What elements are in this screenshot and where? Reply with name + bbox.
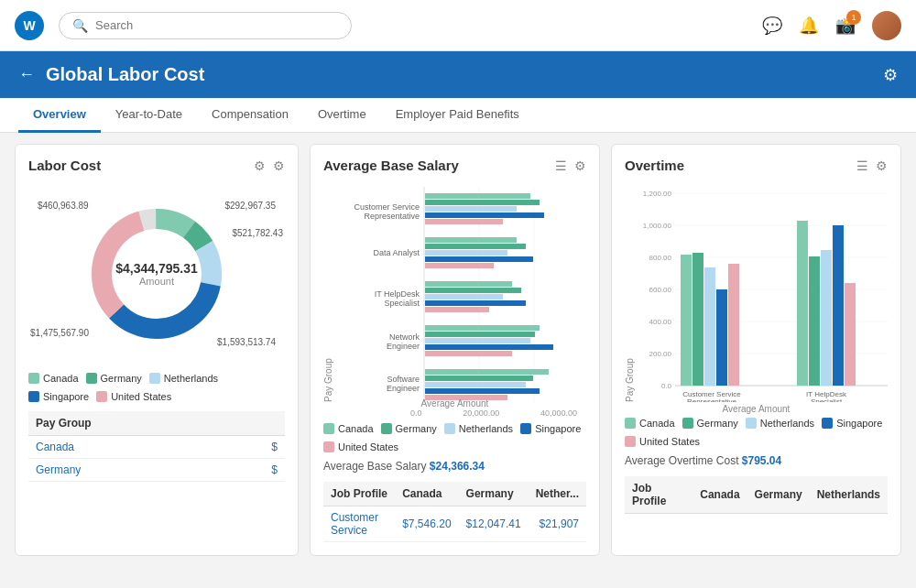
- paygroup-canada-amount: $: [226, 436, 285, 459]
- salary-row-cs-link[interactable]: Customer Service: [331, 511, 378, 537]
- svg-text:1,000.00: 1,000.00: [643, 222, 672, 230]
- legend-netherlands-salary: Netherlands: [444, 423, 513, 434]
- filter-icon-salary[interactable]: ☰: [555, 158, 567, 173]
- ot-bar: [821, 250, 832, 386]
- overtime-bar-chart-svg: 1,200.00 1,000.00 800.00 600.00 400.00 2…: [637, 182, 888, 402]
- search-input[interactable]: [95, 18, 338, 32]
- bar: [425, 256, 533, 262]
- svg-text:Representative: Representative: [364, 212, 420, 221]
- svg-text:800.00: 800.00: [649, 254, 672, 262]
- overtime-header: Overtime ☰ ⚙: [625, 158, 888, 173]
- ot-col-netherlands: Netherlands: [810, 476, 888, 514]
- svg-text:Data Analyst: Data Analyst: [373, 248, 420, 257]
- dot: [381, 423, 392, 434]
- filter-icon[interactable]: ⚙︎: [254, 158, 266, 173]
- bar: [425, 219, 503, 224]
- legend-label-singapore: Singapore: [43, 391, 89, 402]
- avg-salary-label: Average Base Salary $24,366.34: [323, 460, 586, 473]
- legend-label-netherlands: Netherlands: [164, 373, 218, 384]
- logo[interactable]: W: [15, 11, 44, 40]
- overtime-icons: ☰ ⚙: [856, 158, 888, 173]
- legend-dot-germany: [86, 373, 97, 384]
- bar: [425, 294, 503, 299]
- donut-label: Amount: [115, 276, 198, 287]
- bar: [425, 307, 489, 312]
- search-box[interactable]: 🔍: [59, 12, 352, 39]
- ot-bar: [833, 225, 844, 386]
- legend-label-germany: Germany: [101, 373, 142, 384]
- dot: [822, 418, 833, 429]
- bar: [425, 193, 530, 199]
- top-nav: W 🔍 💬 🔔 📸 1: [0, 0, 916, 51]
- svg-text:Customer Service: Customer Service: [354, 202, 420, 212]
- avg-overtime-text: Average Overtime Cost: [625, 454, 739, 467]
- bar: [425, 369, 549, 375]
- back-button[interactable]: ←: [18, 65, 35, 84]
- ot-bar: [809, 256, 820, 386]
- dot: [444, 423, 455, 434]
- ot-col-germany: Germany: [747, 476, 810, 514]
- salary-row-cs-neth: $21,907: [529, 506, 586, 542]
- x-val-40k: 40,000.00: [540, 408, 577, 418]
- labor-cost-card: Labor Cost ⚙︎ ⚙ $460,963.89 $292,967.35 …: [15, 144, 299, 556]
- salary-row-cs-germany: $12,047.41: [459, 506, 529, 542]
- table-row: Canada $: [28, 436, 285, 459]
- avatar-image: [872, 11, 901, 40]
- donut-total: $4,344,795.31: [115, 261, 198, 276]
- settings-icon-labor[interactable]: ⚙: [273, 158, 285, 173]
- legend-singapore-salary: Singapore: [520, 423, 581, 434]
- salary-col-jobprofile: Job Profile: [323, 482, 395, 506]
- settings-icon[interactable]: ⚙: [883, 65, 898, 85]
- legend-usa-ot: United States: [625, 436, 700, 447]
- dot: [682, 418, 693, 429]
- bar: [425, 206, 517, 212]
- salary-row-cs-canada: $7,546.20: [395, 506, 458, 542]
- bell-icon[interactable]: 🔔: [799, 16, 819, 36]
- segment-label-germany: $292,967.35: [224, 201, 276, 211]
- svg-text:0.0: 0.0: [661, 382, 672, 390]
- tab-overtime[interactable]: Overtime: [303, 98, 381, 133]
- avatar[interactable]: [872, 11, 901, 40]
- y-axis-label-overtime: Pay Group: [625, 182, 635, 402]
- overtime-table: Job Profile Canada Germany Netherlands: [625, 476, 888, 514]
- x-axis-values: 0.0 20,000.00 40,000.00: [323, 408, 586, 418]
- dot: [323, 441, 334, 452]
- legend-dot-canada: [28, 373, 39, 384]
- legend-singapore-ot: Singapore: [822, 418, 882, 429]
- dot: [625, 436, 636, 447]
- settings-icon-salary[interactable]: ⚙: [574, 158, 586, 173]
- x-val-20k: 20,000.00: [463, 408, 499, 418]
- svg-text:Software: Software: [387, 375, 420, 384]
- tab-compensation[interactable]: Compensation: [197, 98, 303, 133]
- avg-base-salary-card: Average Base Salary ☰ ⚙ Pay Group Custom…: [310, 144, 600, 556]
- x-val-0: 0.0: [410, 408, 422, 418]
- tab-overview[interactable]: Overview: [18, 98, 101, 133]
- bar: [425, 200, 540, 205]
- legend-netherlands-ot: Netherlands: [746, 418, 814, 429]
- labor-cost-title: Labor Cost: [28, 158, 101, 173]
- avg-salary-icons: ☰ ⚙: [555, 158, 586, 173]
- search-icon: 🔍: [72, 18, 88, 33]
- salary-col-netherlands: Nether...: [529, 482, 586, 506]
- avg-salary-title: Average Base Salary: [323, 158, 459, 173]
- bar: [425, 338, 530, 343]
- legend-germany-ot: Germany: [682, 418, 738, 429]
- legend-label-usa: United States: [111, 391, 171, 402]
- filter-icon-overtime[interactable]: ☰: [856, 158, 868, 173]
- labor-cost-header: Labor Cost ⚙︎ ⚙: [28, 158, 285, 173]
- tab-employer-paid[interactable]: Employer Paid Benefits: [381, 98, 534, 133]
- settings-icon-overtime[interactable]: ⚙: [876, 158, 888, 173]
- apps-icon[interactable]: 📸 1: [835, 16, 856, 36]
- ot-bar: [681, 255, 692, 386]
- avg-salary-value: $24,366.34: [430, 460, 485, 473]
- ot-bar: [692, 253, 703, 386]
- paygroup-germany-link[interactable]: Germany: [36, 463, 81, 476]
- table-row: Customer Service $7,546.20 $12,047.41 $2…: [323, 506, 586, 542]
- overtime-chart-area: Pay Group 1,200.00 1,000.00 800.00 600.0…: [625, 182, 888, 402]
- ot-col-canada: Canada: [692, 476, 747, 514]
- paygroup-canada-link[interactable]: Canada: [36, 441, 74, 453]
- bar: [425, 300, 526, 306]
- chat-icon[interactable]: 💬: [762, 16, 782, 36]
- bar: [425, 325, 540, 331]
- tab-ytd[interactable]: Year-to-Date: [101, 98, 197, 133]
